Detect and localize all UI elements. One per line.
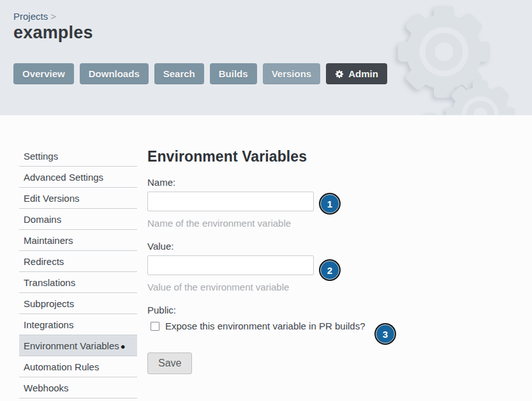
sidebar-item-environment-variables[interactable]: Environment Variables● xyxy=(19,335,137,356)
gear-icon xyxy=(335,70,344,79)
name-field-label: Name: xyxy=(147,177,422,188)
sidebar-item-domains[interactable]: Domains xyxy=(19,209,137,230)
project-nav: Overview Downloads Search Builds Version… xyxy=(13,63,387,84)
breadcrumb-projects-link[interactable]: Projects xyxy=(13,11,48,22)
nav-tab-admin-label: Admin xyxy=(348,68,378,79)
sidebar-item-redirects[interactable]: Redirects xyxy=(19,251,137,272)
sidebar-item-webhooks[interactable]: Webhooks xyxy=(19,377,137,398)
public-checkbox-label: Expose this environment variable in PR b… xyxy=(165,321,366,331)
project-header: Projects> examples Overview Downloads Se… xyxy=(0,0,532,116)
page-title: Environment Variables xyxy=(147,148,422,165)
sidebar-item-subprojects[interactable]: Subprojects xyxy=(19,293,137,314)
name-help-text: Name of the environment variable xyxy=(147,218,422,229)
annotation-badge-3: 3 xyxy=(376,324,395,344)
admin-sidebar: Settings Advanced Settings Edit Versions… xyxy=(19,146,137,398)
page: Projects> examples Overview Downloads Se… xyxy=(0,0,532,401)
save-button[interactable]: Save xyxy=(147,352,192,374)
gear-decoration-graphics xyxy=(0,0,532,116)
sidebar-item-maintainers[interactable]: Maintainers xyxy=(19,230,137,251)
annotation-badge-2: 2 xyxy=(320,261,339,280)
sidebar-item-integrations[interactable]: Integrations xyxy=(19,314,137,335)
active-dot-marker: ● xyxy=(121,342,126,351)
nav-tab-admin[interactable]: Admin xyxy=(326,63,387,84)
value-help-text: Value of the environment variable xyxy=(147,282,422,292)
sidebar-item-edit-versions[interactable]: Edit Versions xyxy=(19,188,137,209)
sidebar-item-advanced-settings[interactable]: Advanced Settings xyxy=(19,167,137,188)
breadcrumb: Projects> xyxy=(13,11,56,22)
annotation-badge-1: 1 xyxy=(320,194,339,213)
sidebar-item-automation-rules[interactable]: Automation Rules xyxy=(19,356,137,377)
sidebar-item-translations[interactable]: Translations xyxy=(19,272,137,293)
public-checkbox[interactable] xyxy=(151,322,159,331)
name-input[interactable] xyxy=(147,192,314,211)
environment-variables-panel: Environment Variables Name: Name of the … xyxy=(147,146,422,374)
nav-tab-versions[interactable]: Versions xyxy=(263,63,321,84)
nav-tab-search[interactable]: Search xyxy=(154,63,204,84)
nav-tab-overview[interactable]: Overview xyxy=(13,63,74,84)
sidebar-item-label: Environment Variables xyxy=(24,340,119,351)
nav-tab-downloads[interactable]: Downloads xyxy=(80,63,149,84)
value-input[interactable] xyxy=(147,255,314,275)
sidebar-item-settings[interactable]: Settings xyxy=(19,146,137,167)
public-field-label: Public: xyxy=(147,305,422,315)
value-field-label: Value: xyxy=(147,241,422,252)
project-title: examples xyxy=(13,23,93,43)
breadcrumb-separator: > xyxy=(50,11,56,22)
nav-tab-builds[interactable]: Builds xyxy=(210,63,257,84)
